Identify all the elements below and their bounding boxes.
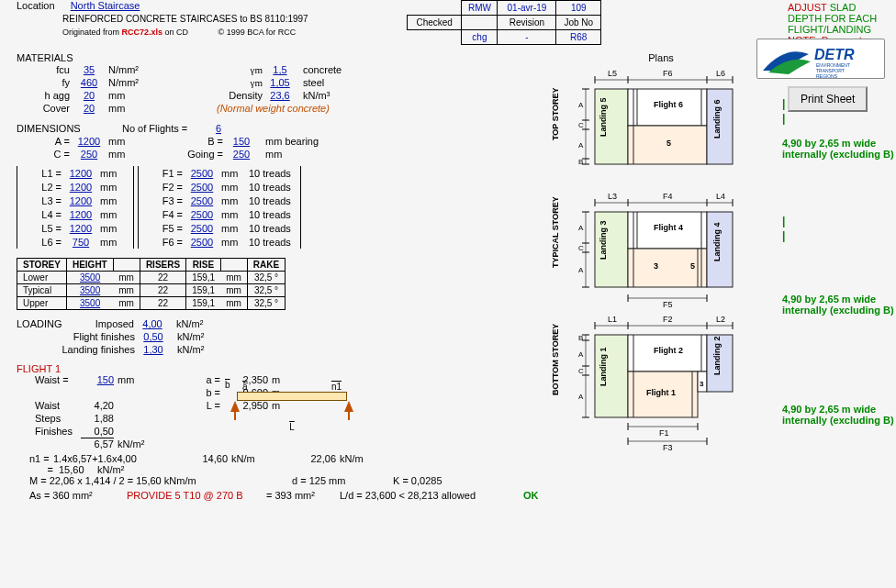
waist2-val: 4,20 (81, 400, 114, 413)
F1-val[interactable]: 2500 (183, 167, 221, 180)
svg-text:A: A (578, 350, 584, 359)
L6-val[interactable]: 750 (62, 236, 100, 249)
Go-val[interactable]: 250 (223, 148, 260, 161)
storey-2-4: 159,1 (186, 297, 221, 310)
waist-val[interactable]: 150 (81, 374, 114, 387)
L1-lbl: L1 = (19, 167, 62, 180)
steps-val: 1,88 (81, 413, 114, 426)
loading-title: LOADING (17, 317, 72, 330)
doc-subtitle: REINFORCED CONCRETE STAIRCASES to BS 811… (62, 14, 407, 24)
n1-calc: 1.4x6,57+1.6x4,00 (53, 453, 163, 464)
meta-checked-val (462, 16, 498, 30)
svg-text:3: 3 (700, 380, 704, 388)
fy-val[interactable]: 460 (70, 76, 108, 89)
L4-lbl: L4 = (19, 208, 62, 221)
C-u: mm (108, 148, 141, 161)
copyright: © 1999 BCA for RCC (218, 28, 297, 37)
n1-res: 15,60 (53, 464, 97, 475)
L4-val[interactable]: 1200 (62, 208, 100, 221)
n1-eq: = (17, 464, 53, 475)
K-line: K = 0,0285 (393, 475, 494, 486)
meta-author: RMW (462, 1, 498, 16)
M-line: M = 22,06 x 1,414 / 2 = 15,60 kNm/m (17, 475, 292, 486)
beam-diagram: a n1 b L (214, 382, 370, 432)
fin-val: 0,50 (81, 426, 114, 438)
load2-val[interactable]: 1,30 (135, 343, 172, 356)
svg-text:A: A (578, 393, 584, 401)
svg-text:Flight 6: Flight 6 (654, 100, 683, 109)
A-val[interactable]: 1200 (70, 135, 108, 148)
meta-checked-by: chg (462, 30, 498, 45)
svg-text:5: 5 (666, 139, 671, 148)
storey-2-1[interactable]: 3500 (66, 297, 113, 310)
F6-u: mm (221, 236, 249, 249)
noflights-lbl: No of Flights = (122, 122, 205, 135)
F4-val[interactable]: 2500 (183, 208, 221, 221)
F5-val[interactable]: 2500 (183, 222, 221, 235)
F2-val[interactable]: 2500 (183, 181, 221, 194)
svg-text:B: B (578, 158, 583, 166)
svg-text:REGIONS: REGIONS (816, 73, 838, 79)
hagg-val[interactable]: 20 (70, 89, 108, 102)
detr-logo: DETR ENVIRONMENT TRANSPORT REGIONS (756, 39, 885, 79)
F-column: F1 =2500mm10 treadsF2 =2500mm10 treadsF3… (138, 166, 301, 249)
fin-lbl: Finishes (17, 426, 81, 438)
meta-blank2 (408, 30, 462, 45)
F6-val[interactable]: 2500 (183, 236, 221, 249)
load2-lbl: Landing finishes (29, 343, 135, 356)
waist-lbl: Waist = (17, 374, 81, 387)
svg-text:C: C (578, 244, 584, 252)
svg-text:F2: F2 (663, 315, 673, 324)
plans-title: Plans (551, 52, 771, 63)
B-val[interactable]: 150 (223, 135, 260, 148)
storey-0-6: 32,5 ° (247, 272, 285, 284)
L5-val[interactable]: 1200 (62, 222, 100, 235)
storey-2-5: mm (220, 297, 247, 310)
storey-1-1[interactable]: 3500 (66, 284, 113, 297)
gm2-val[interactable]: 1,05 (263, 76, 297, 89)
origin-post: on CD (162, 28, 188, 37)
load0-lbl: Imposed (72, 317, 134, 330)
dimensions-title: DIMENSIONS (17, 122, 122, 135)
svg-text:Landing 4: Landing 4 (712, 223, 722, 262)
L1-val[interactable]: 1200 (62, 167, 100, 180)
svg-text:Landing 5: Landing 5 (599, 98, 608, 138)
storey-0-1[interactable]: 3500 (66, 272, 113, 284)
side-dim-2: 4,90 by 2,65 m wide internally (excludin… (782, 294, 896, 316)
svg-text:Landing 3: Landing 3 (599, 221, 608, 261)
C-val[interactable]: 250 (70, 148, 108, 161)
svg-text:Flight 1: Flight 1 (646, 388, 676, 397)
F3-val[interactable]: 2500 (183, 194, 221, 207)
right-react: 22,06 (264, 453, 336, 464)
density-val[interactable]: 23,6 (263, 89, 297, 102)
fcu-val[interactable]: 35 (70, 63, 108, 76)
storey-head-5 (220, 259, 247, 272)
location-value[interactable]: North Staircase (71, 0, 140, 11)
print-button[interactable]: Print Sheet (788, 86, 868, 112)
storey-2-0: Upper (17, 297, 67, 310)
noflights-val[interactable]: 6 (205, 122, 232, 135)
meta-job-lbl: Job No (556, 16, 601, 30)
storey-head-6: RAKE (247, 259, 285, 272)
F3-u: mm (221, 194, 249, 207)
L2-val[interactable]: 1200 (62, 181, 100, 194)
cover-val[interactable]: 20 (70, 102, 108, 115)
origin-file: RCC72.xls (122, 28, 163, 37)
B-lbl: B = (177, 135, 223, 148)
F4-lbl: F4 = (140, 208, 183, 221)
ok-text: OK (523, 490, 551, 501)
materials-title: MATERIALS (17, 52, 551, 63)
meta-job-no: R68 (556, 30, 601, 45)
plan-typical-storey: TYPICAL STOREY L3 F4 L4 Landing 3 Flight… (551, 190, 771, 300)
gm-lbl2: γm (209, 76, 263, 89)
storey-0-5: mm (220, 272, 247, 284)
load0-val[interactable]: 4,00 (134, 317, 171, 330)
adjust-1: ADJUST (788, 2, 830, 13)
load1-val[interactable]: 0,50 (135, 330, 172, 343)
storey-1-4: 159,1 (186, 284, 221, 297)
gm1-val[interactable]: 1,5 (263, 63, 297, 76)
d-line: d = 125 mm (292, 475, 393, 486)
L3-val[interactable]: 1200 (62, 194, 100, 207)
F6-lbl: F6 = (140, 236, 183, 249)
provide-text: PROVIDE 5 T10 @ 270 B (127, 490, 266, 501)
